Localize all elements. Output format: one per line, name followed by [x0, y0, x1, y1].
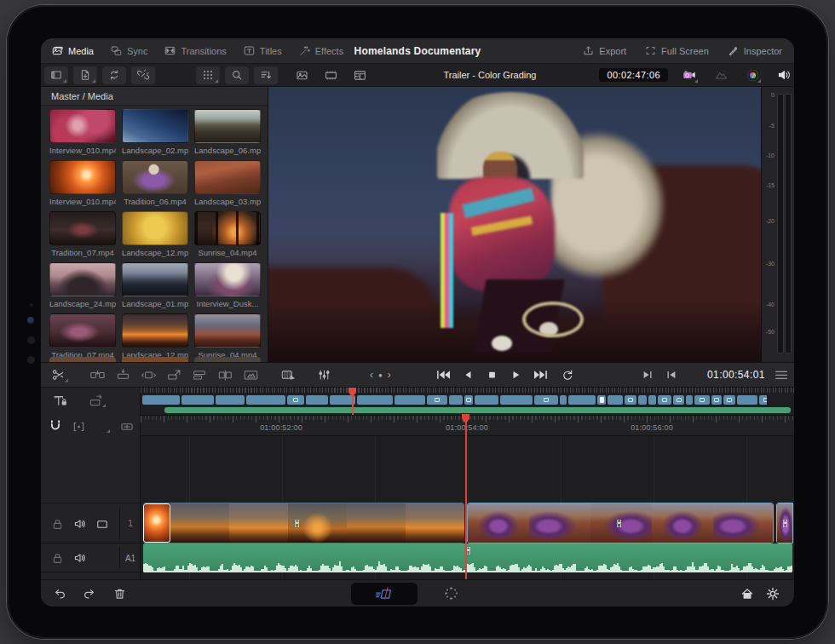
media-clip[interactable]: Landscape_02.mp4 [122, 109, 188, 155]
tab-transitions[interactable]: Transitions [164, 44, 226, 57]
snapping-button[interactable] [48, 418, 63, 434]
place-on-top-icon[interactable] [165, 368, 183, 382]
overview-clip-segment[interactable] [306, 395, 328, 405]
media-clip[interactable]: Landscape_06.mp4 [194, 109, 261, 155]
export-button[interactable]: Export [582, 44, 626, 57]
filmstrip-view-button[interactable] [319, 66, 343, 84]
video-track-lock-button[interactable] [51, 518, 64, 531]
insert-clip-icon[interactable] [89, 368, 107, 382]
overview-clip-segment[interactable] [449, 395, 463, 405]
jog-control[interactable]: ‹●› [370, 369, 396, 381]
overview-clip-segment[interactable] [357, 395, 393, 405]
overview-clip-segment[interactable] [658, 395, 671, 405]
overview-clip-segment[interactable] [737, 395, 757, 405]
tab-media[interactable]: Media [51, 44, 94, 57]
inspector-button[interactable]: Inspector [727, 44, 782, 57]
media-clip[interactable]: Landscape_01.mp4 [122, 262, 188, 308]
media-clip[interactable]: Tradition_07.mp4 [49, 211, 116, 257]
timeline-name-label[interactable]: Trailer - Color Grading [443, 70, 536, 80]
strip-view-button[interactable] [348, 66, 371, 84]
step-back-button[interactable] [462, 368, 475, 382]
flag-tool-button[interactable] [97, 421, 112, 434]
ripple-overwrite-icon[interactable] [216, 368, 234, 382]
overview-clip-segment[interactable] [464, 395, 473, 405]
color-page-button[interactable] [445, 587, 458, 600]
overview-clip-segment[interactable] [475, 395, 498, 405]
thumbnail-view-button[interactable] [290, 66, 314, 84]
overview-clip-segment[interactable] [625, 395, 636, 405]
overview-clip-segment[interactable] [608, 395, 623, 405]
tab-effects[interactable]: Effects [298, 44, 343, 57]
media-clip[interactable]: Interview_Dusk... [194, 262, 261, 308]
overview-clip-segment[interactable] [694, 395, 710, 405]
timeline-timecode-display[interactable]: 01:00:54:01 [707, 369, 765, 381]
viewer-video[interactable] [268, 87, 761, 362]
loop-button[interactable] [561, 368, 574, 382]
play-from-in-button[interactable] [665, 368, 678, 382]
relink-clips-button[interactable] [102, 66, 126, 84]
stabilization-button[interactable] [711, 66, 731, 84]
overview-clip-segment[interactable] [597, 395, 606, 405]
timeline-view-options-button[interactable] [276, 366, 300, 384]
camera-tool-button[interactable] [679, 66, 700, 84]
clip-frame-selected[interactable] [143, 503, 170, 543]
overview-clip-segment[interactable] [686, 395, 693, 405]
marker-tool-button[interactable] [72, 420, 86, 434]
video-track-mute-button[interactable] [73, 517, 87, 531]
breadcrumb[interactable]: Master / Media [41, 87, 268, 106]
overview-clip-segment[interactable] [246, 395, 285, 405]
overview-clip-segment[interactable] [673, 395, 684, 405]
media-clip[interactable]: Landscape_12.mp4 [122, 211, 188, 257]
media-clip[interactable]: Tradition_07.mp4 [49, 313, 116, 359]
go-to-end-button[interactable] [533, 368, 550, 382]
overview-clip-segment[interactable] [723, 395, 735, 405]
media-clip[interactable]: Interview_010.mp4 [49, 109, 116, 155]
audio-track-mute-button[interactable] [73, 551, 87, 565]
video-track-enable-button[interactable] [95, 518, 109, 531]
play-button[interactable] [510, 368, 522, 382]
cut-page-button[interactable] [374, 585, 394, 602]
overview-clip-segment[interactable] [568, 395, 596, 405]
transport-menu-button[interactable] [775, 369, 787, 382]
cut-tool-button[interactable] [46, 366, 70, 384]
overview-clip-segment[interactable] [560, 395, 567, 405]
overview-clip-segment[interactable] [216, 395, 245, 405]
overwrite-clip-icon[interactable] [114, 368, 132, 382]
stop-button[interactable] [486, 368, 498, 382]
overview-clip-segment[interactable] [427, 395, 447, 405]
overview-clip-segment[interactable] [638, 395, 647, 405]
mixer-button[interactable] [312, 366, 336, 384]
overview-clip-segment[interactable] [287, 395, 304, 405]
source-timecode-display[interactable]: 00:02:47:06 [599, 68, 668, 82]
grid-view-button[interactable] [196, 66, 220, 84]
append-clip-icon[interactable] [191, 368, 209, 382]
import-media-button[interactable] [73, 66, 97, 84]
media-clip[interactable]: Landscape_03.mp4 [194, 160, 261, 206]
redo-button[interactable] [82, 587, 96, 601]
full-screen-button[interactable]: Full Screen [644, 44, 709, 57]
media-clip[interactable]: Tradition_06.mp4 [122, 160, 188, 206]
overview-clip-segment[interactable] [181, 395, 214, 405]
sidebar-toggle-button[interactable] [44, 66, 68, 84]
video-clip-sunset[interactable] [143, 503, 464, 543]
settings-button[interactable] [765, 586, 780, 601]
go-to-start-button[interactable] [435, 368, 451, 382]
clip-marker[interactable]: [•] [617, 519, 621, 527]
trim-tool-button[interactable] [48, 391, 72, 409]
clip-volume-button[interactable] [119, 420, 135, 434]
media-clip[interactable]: Landscape_24.mp4 [49, 262, 116, 308]
media-clip[interactable]: Sunrise_04.mp4 [194, 211, 261, 257]
video-track-number[interactable]: 1 [123, 519, 138, 528]
tab-titles[interactable]: Titles [243, 44, 282, 57]
overview-clip-segment[interactable] [711, 395, 722, 405]
media-clip[interactable]: Interview_010.mp4 [49, 160, 116, 206]
home-button[interactable] [740, 586, 755, 601]
unlink-clips-button[interactable] [131, 66, 155, 84]
audio-monitor-button[interactable] [774, 66, 794, 84]
color-grade-button[interactable] [742, 66, 763, 84]
overview-clip-segment[interactable] [534, 395, 558, 405]
media-clip[interactable]: Landscape_12.mp4 [122, 313, 188, 359]
media-clip[interactable]: Sunrise_04.mp4 [194, 313, 261, 359]
timeline-swap-button[interactable] [84, 391, 107, 409]
fit-to-fill-icon[interactable] [242, 368, 260, 382]
